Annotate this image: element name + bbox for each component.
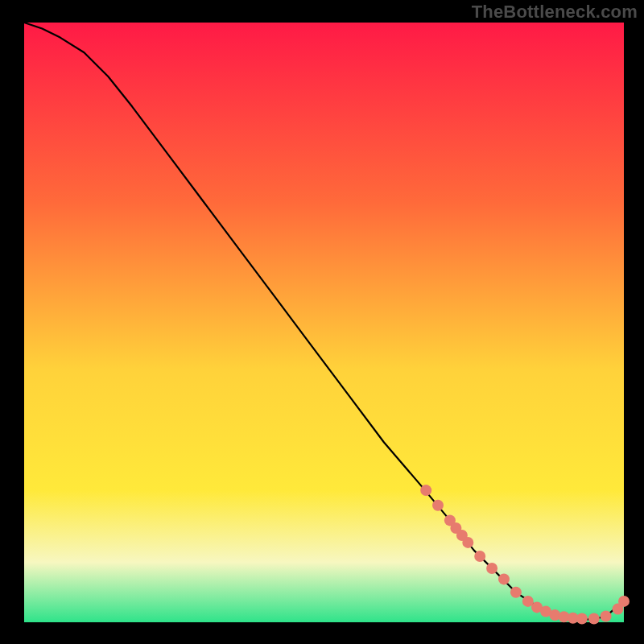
marker-point bbox=[462, 537, 473, 548]
marker-point bbox=[601, 611, 612, 622]
marker-point bbox=[498, 573, 510, 584]
marker-point bbox=[486, 563, 497, 574]
marker-point bbox=[576, 613, 588, 625]
marker-point bbox=[618, 596, 630, 607]
gradient-background bbox=[24, 23, 624, 622]
marker-point bbox=[420, 485, 431, 496]
chart-stage: { "watermark": "TheBottleneck.com", "col… bbox=[0, 0, 644, 644]
chart-svg bbox=[0, 0, 644, 644]
marker-point bbox=[432, 500, 444, 511]
marker-point bbox=[588, 613, 600, 625]
marker-point bbox=[510, 587, 522, 598]
marker-point bbox=[474, 551, 485, 562]
